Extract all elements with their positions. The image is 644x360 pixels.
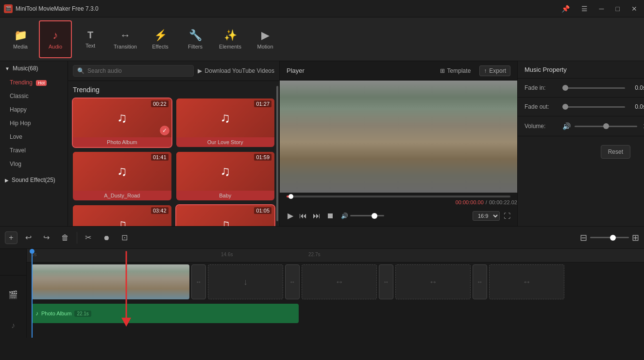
zoom-out-button[interactable]: ⊟ <box>580 232 587 243</box>
music-clip-icon: ♪ <box>35 310 38 317</box>
sidebar-item-classic[interactable]: Classic <box>0 89 68 103</box>
youtube-icon: ▶ <box>198 67 202 74</box>
fast-forward-button[interactable]: ⏭ <box>312 211 322 221</box>
app-title: MiniTool MovieMaker Free 7.3.0 <box>16 5 99 12</box>
audio-card-our-love-story[interactable]: ♫ 01:27 Our Love Story <box>176 98 275 147</box>
fade-in-label: Fade in: <box>525 84 559 91</box>
audio-thumb-photo-album: ♫ 00:22 ✓ <box>73 98 171 137</box>
video-clip-1[interactable] <box>32 264 189 299</box>
audio-card-6[interactable]: ♫ 01:05 <box>176 205 275 226</box>
audio-thumb-our-love-story: ♫ 01:27 <box>176 98 275 137</box>
zoom-in-button[interactable]: ⊞ <box>632 232 639 243</box>
maximize-button[interactable]: □ <box>613 4 623 14</box>
search-box[interactable]: 🔍 <box>73 65 194 77</box>
ratio-select[interactable]: 16:9 4:3 1:1 <box>473 211 500 221</box>
placeholder-clip-4[interactable]: ↔ <box>489 264 564 299</box>
toolbar-item-filters[interactable]: 🔧 Filters <box>179 20 212 58</box>
close-button[interactable]: ✕ <box>628 4 640 14</box>
toolbar-item-media[interactable]: 📁 Media <box>4 20 37 58</box>
music-track-label: ♪ <box>0 314 26 338</box>
pin-button[interactable]: 📌 <box>559 4 573 14</box>
rewind-button[interactable]: ⏮ <box>298 211 308 221</box>
reset-button[interactable]: Reset <box>601 145 630 159</box>
player-progress-bar[interactable] <box>287 196 510 197</box>
crop-button[interactable]: ⊡ <box>118 231 132 244</box>
record-button[interactable]: ⏺ <box>99 232 114 244</box>
undo-button[interactable]: ↩ <box>21 231 35 244</box>
audio-card-name-3: A_Dusty_Road <box>73 191 171 200</box>
placeholder-clip-1[interactable]: ↓ <box>208 264 283 299</box>
search-input[interactable] <box>87 67 189 74</box>
sidebar-item-love[interactable]: Love <box>0 130 68 144</box>
fade-out-slider[interactable] <box>562 106 625 108</box>
music-clip[interactable]: ♪ Photo Album 22.1s <box>32 304 299 323</box>
fade-out-row: Fade out: 0.0s <box>518 98 644 116</box>
minimize-button[interactable]: ─ <box>596 4 607 14</box>
volume-speaker-icon: 🔊 <box>562 122 571 130</box>
audio-card-5[interactable]: ♫ 03:42 <box>73 205 171 226</box>
sidebar-item-happy[interactable]: Happy <box>0 103 68 116</box>
sound-effect-label: Sound Effect(25) <box>12 177 55 183</box>
toolbar-item-audio[interactable]: ♪ Audio <box>39 20 72 58</box>
redo-button[interactable]: ↪ <box>39 231 53 244</box>
sidebar-item-vlog[interactable]: Vlog <box>0 157 68 171</box>
music-note-icon-6: ♫ <box>220 217 230 226</box>
transition-2[interactable]: ↔ <box>285 264 300 299</box>
player-timeline[interactable] <box>280 193 517 197</box>
timeline-tracks: ↔ ↓ ↔ ↔ ↔ ↔ ↔ ↔ ♪ Photo Album 22.1s <box>27 262 644 338</box>
timeline-playhead[interactable] <box>32 249 33 338</box>
delete-button[interactable]: 🗑 <box>57 231 73 244</box>
sidebar-item-travel[interactable]: Travel <box>0 144 68 157</box>
check-icon: ✓ <box>160 126 169 135</box>
timeline-body: 🎬 ♪ 0s 14.6s 22.7s ↔ ↓ ↔ <box>0 249 644 338</box>
menu-button[interactable]: ☰ <box>578 4 591 14</box>
audio-card-name: Photo Album <box>73 137 171 147</box>
search-icon: 🔍 <box>77 67 85 74</box>
transition-icon: ↔ <box>120 29 131 42</box>
audio-card-baby[interactable]: ♫ 01:59 Baby <box>176 152 275 200</box>
timeline-track-labels: 🎬 ♪ <box>0 249 27 338</box>
timeline-section: + ↩ ↪ 🗑 ✂ ⏺ ⊡ ⊟ ⊞ 🎬 ♪ 0s 14.6s 22.7s <box>0 226 644 338</box>
volume-property-slider[interactable] <box>575 126 637 127</box>
fullscreen-button[interactable]: ⛶ <box>504 212 510 220</box>
app-icon: 🎬 <box>4 4 13 13</box>
ruler-mark-2: 22.7s <box>308 252 320 257</box>
export-button[interactable]: ↑ Export <box>479 65 510 76</box>
music-section-header[interactable]: ▼ Music(68) <box>0 61 68 76</box>
sound-effect-header[interactable]: ▶ Sound Effect(25) <box>0 173 68 187</box>
audio-card-dusty-road[interactable]: ♫ 01:41 A_Dusty_Road <box>73 152 171 200</box>
placeholder-clip-3[interactable]: ↔ <box>395 264 471 299</box>
transition-3[interactable]: ↔ <box>379 264 393 299</box>
audio-card-photo-album[interactable]: ♫ 00:22 ✓ Photo Album <box>73 98 171 147</box>
player-header-actions: ⊞ Template ↑ Export <box>436 65 510 76</box>
fade-in-slider[interactable] <box>562 87 625 89</box>
elements-icon: ✨ <box>224 29 237 42</box>
volume-label: Volume: <box>525 123 559 130</box>
ruler-mark-1: 14.6s <box>221 252 233 257</box>
audio-thumb-dusty-road: ♫ 01:41 <box>73 152 171 191</box>
audio-scrollbar[interactable] <box>276 86 278 221</box>
transition-1[interactable]: ↔ <box>191 264 206 299</box>
sidebar-item-hiphop[interactable]: Hip Hop <box>0 116 68 130</box>
trending-section-title: Trending <box>73 86 274 94</box>
cut-button[interactable]: ✂ <box>81 231 95 244</box>
play-button[interactable]: ▶ <box>287 210 294 221</box>
placeholder-clip-2[interactable]: ↔ <box>302 264 377 299</box>
toolbar-item-elements[interactable]: ✨ Elements <box>214 20 247 58</box>
zoom-slider[interactable] <box>590 237 629 238</box>
separator-1 <box>77 232 77 244</box>
toolbar-item-motion[interactable]: ▶ Motion <box>249 20 282 58</box>
effects-icon: ⚡ <box>154 29 167 42</box>
toolbar-item-text[interactable]: T Text <box>74 20 107 58</box>
toolbar-item-transition[interactable]: ↔ Transition <box>109 20 142 58</box>
transition-4[interactable]: ↔ <box>473 264 487 299</box>
volume-slider[interactable] <box>350 215 384 216</box>
download-youtube-button[interactable]: ▶ Download YouTube Videos <box>198 67 274 74</box>
template-button[interactable]: ⊞ Template <box>436 65 475 76</box>
toolbar-item-effects[interactable]: ⚡ Effects <box>144 20 177 58</box>
sidebar-item-trending[interactable]: Trending Hot <box>0 76 68 89</box>
add-track-button[interactable]: + <box>5 231 17 244</box>
title-bar-controls: 📌 ☰ ─ □ ✕ <box>559 4 640 14</box>
stop-button[interactable]: ⏹ <box>325 211 335 221</box>
audio-duration-3: 01:41 <box>151 154 169 161</box>
